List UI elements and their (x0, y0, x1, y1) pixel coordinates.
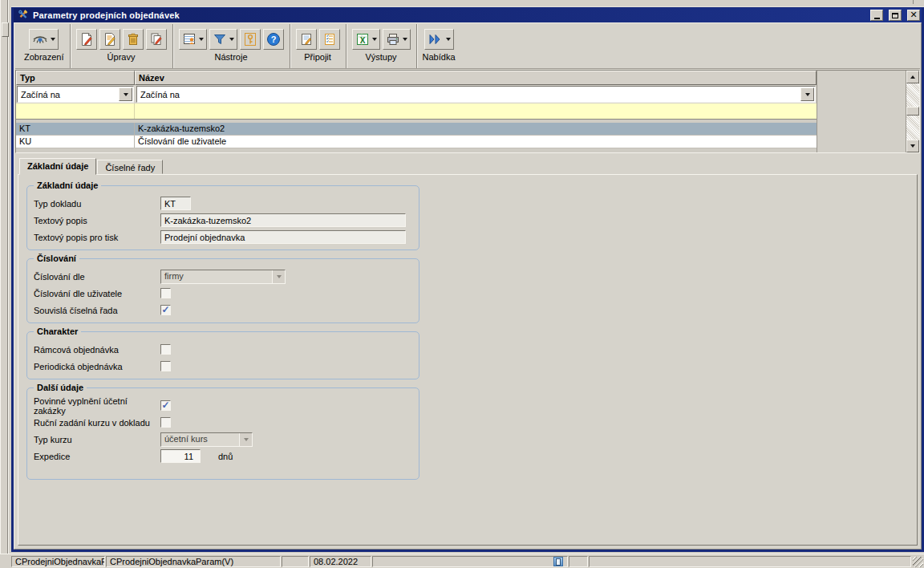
help-button[interactable]: ? (263, 29, 284, 50)
grid-header-row: Typ Název (16, 71, 817, 85)
status-panel-indicator (372, 556, 568, 567)
chevron-down-icon (244, 438, 249, 441)
dropdown-arrow-icon (446, 38, 451, 41)
toolbar-group-nabidka: Nabídka (417, 24, 461, 68)
form-row: Textový popis pro tisk Prodejní objednav… (34, 229, 412, 245)
combobox-value: účetní kurs (161, 433, 239, 446)
grid-filler (817, 71, 906, 152)
field-label: Periodická objednávka (34, 362, 160, 371)
tab-zakladni-udaje[interactable]: Základní údaje (19, 158, 96, 175)
scrollbar-thumb[interactable] (906, 107, 919, 116)
scroll-up-button[interactable] (906, 71, 919, 83)
copy-record-button[interactable] (146, 29, 167, 50)
close-button[interactable]: ✕ (907, 10, 920, 21)
typ-kurzu-combobox[interactable]: účetní kurs (160, 432, 253, 447)
form-row: Číslování dle uživatele (34, 285, 412, 302)
form-row: Souvislá číselná řada (34, 302, 412, 318)
chevron-down-icon (277, 275, 282, 278)
views-button[interactable] (179, 29, 207, 50)
form-row: Ruční zadání kurzu v dokladu (34, 414, 412, 431)
form-row: Rámcová objednávka (34, 341, 412, 358)
filter-nazev-combobox[interactable]: Začíná na (136, 86, 816, 103)
table-row[interactable]: KT K-zakázka-tuzemsko2 (16, 123, 817, 136)
filter-typ-combobox[interactable]: Začíná na (17, 86, 134, 103)
delete-record-button[interactable] (123, 29, 144, 50)
title-bar[interactable]: Parametry prodejních objednávek ✕ (14, 8, 922, 22)
filter-typ-dropdown-button[interactable] (119, 87, 132, 101)
status-panel-class-full: CProdejniObjednavkaParam(V) (106, 556, 281, 567)
cell-typ[interactable]: KT (16, 123, 135, 135)
form-row: Číslování dle firmy (34, 268, 412, 285)
form-row: Povinné vyplnění účetní zakázky (34, 397, 412, 414)
ramcova-objednavka-checkbox[interactable] (160, 344, 171, 355)
textovy-popis-pro-tisk-field[interactable]: Prodejní objednavka (160, 230, 406, 244)
dropdown-arrow-icon (372, 38, 377, 41)
tab-page: Základní údaje Typ dokladu KT Textový po… (18, 174, 918, 546)
expedice-field[interactable]: 11 (160, 449, 201, 463)
settings-key-button[interactable] (240, 29, 261, 50)
tab-ciselne-rady[interactable]: Číselné řady (97, 160, 163, 174)
souvisla-ciselna-rada-checkbox[interactable] (160, 305, 171, 315)
resize-grip[interactable] (913, 557, 923, 567)
print-button[interactable] (383, 29, 411, 50)
views-icon (182, 32, 197, 47)
export-excel-button[interactable]: X (352, 29, 380, 50)
povinne-vyplneni-checkbox[interactable] (160, 400, 171, 411)
groupbox-title: Základní údaje (34, 181, 101, 190)
edit-doc-icon (103, 32, 117, 47)
new-record-button[interactable] (76, 29, 97, 50)
textovy-popis-field[interactable]: K-zakázka-tuzemsko2 (160, 213, 406, 227)
groupbox-dalsi-udaje: Další údaje Povinné vyplnění účetní zaká… (26, 387, 419, 480)
toolbar-group-label: Připojit (304, 51, 331, 63)
table-row[interactable]: KU Číslování dle uživatele (16, 136, 817, 148)
filter-nazev-dropdown-button[interactable] (800, 87, 814, 101)
toolbar: Zobrazení (15, 24, 920, 69)
column-header-nazev[interactable]: Název (135, 71, 817, 85)
combobox-dropdown-button[interactable] (272, 270, 285, 283)
search-cell-nazev[interactable] (135, 103, 817, 119)
toolbar-group-label: Nabídka (423, 51, 456, 63)
attach-note-button[interactable] (296, 29, 317, 50)
filter-nazev-value: Začíná na (137, 90, 800, 99)
column-header-typ[interactable]: Typ (16, 71, 135, 85)
menu-button[interactable] (424, 29, 454, 50)
attach-list-button[interactable] (319, 29, 340, 50)
expedice-unit-label: dnů (218, 452, 233, 461)
groupbox-charakter: Charakter Rámcová objednávka Periodická … (26, 331, 419, 379)
search-cell-typ[interactable] (16, 103, 135, 119)
filter-typ-value: Začíná na (18, 90, 119, 99)
cell-typ[interactable]: KU (16, 136, 135, 148)
cell-nazev[interactable]: Číslování dle uživatele (135, 136, 817, 148)
close-icon: ✕ (910, 11, 917, 19)
cislovani-dle-combobox[interactable]: firmy (160, 270, 286, 284)
dropdown-arrow-icon (229, 38, 234, 41)
form-row: Periodická objednávka (34, 358, 412, 375)
status-panel-class-short: CProdejniObjednavkaPa (11, 556, 105, 567)
scroll-down-button[interactable] (906, 140, 919, 152)
dropdown-arrow-icon (51, 38, 55, 41)
copy-doc-icon (149, 32, 164, 47)
edit-record-button[interactable] (99, 29, 120, 50)
maximize-button[interactable] (889, 10, 902, 21)
cell-nazev[interactable]: K-zakázka-tuzemsko2 (135, 123, 817, 135)
cislovani-dle-uzivatele-checkbox[interactable] (160, 288, 171, 298)
toolbar-group-label: Úpravy (107, 51, 136, 63)
filter-button[interactable] (209, 29, 237, 50)
minimize-button[interactable] (870, 10, 883, 21)
form-row: Typ kurzu účetní kurs (34, 431, 412, 448)
typ-dokladu-field[interactable]: KT (160, 197, 191, 210)
field-label: Typ dokladu (34, 199, 160, 209)
note-icon (299, 32, 314, 47)
groupbox-cislovani: Číslování Číslování dle firmy Číslování … (26, 258, 419, 323)
rucni-zadani-kurzu-checkbox[interactable] (160, 417, 171, 428)
periodicka-objednavka-checkbox[interactable] (160, 361, 171, 371)
field-label: Povinné vyplnění účetní zakázky (34, 396, 160, 416)
svg-text:X: X (359, 36, 365, 45)
grid-vertical-scrollbar[interactable] (906, 71, 919, 152)
field-label: Rámcová objednávka (34, 345, 160, 355)
toolbar-group-label: Nástroje (215, 51, 248, 63)
grid-search-row[interactable] (16, 103, 817, 120)
view-button[interactable] (29, 29, 59, 50)
background-window-tick (904, 0, 914, 4)
combobox-dropdown-button[interactable] (239, 433, 252, 446)
